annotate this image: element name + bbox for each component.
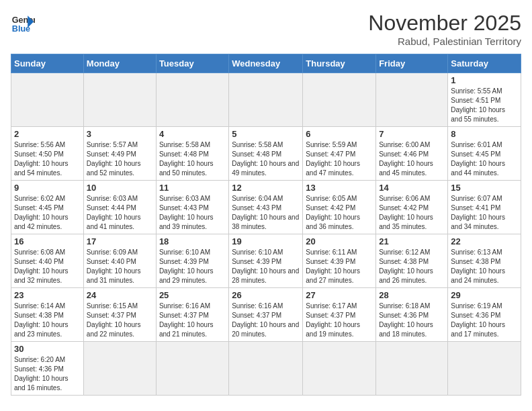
calendar-day-9: 9Sunrise: 6:02 AM Sunset: 4:45 PM Daylig… (11, 181, 84, 234)
calendar-day-17: 17Sunrise: 6:09 AM Sunset: 4:40 PM Dayli… (83, 234, 156, 288)
day-info: Sunrise: 6:08 AM Sunset: 4:40 PM Dayligh… (14, 248, 81, 285)
day-number: 15 (451, 183, 518, 193)
day-info: Sunrise: 6:00 AM Sunset: 4:46 PM Dayligh… (379, 140, 445, 178)
day-info: Sunrise: 6:01 AM Sunset: 4:45 PM Dayligh… (451, 140, 518, 178)
empty-cell (303, 73, 376, 127)
col-saturday: Saturday (448, 54, 521, 73)
col-friday: Friday (376, 54, 448, 73)
day-number: 24 (87, 290, 153, 300)
empty-cell (229, 73, 303, 127)
day-info: Sunrise: 6:10 AM Sunset: 4:39 PM Dayligh… (159, 248, 226, 285)
day-number: 23 (14, 290, 81, 300)
calendar-day-18: 18Sunrise: 6:10 AM Sunset: 4:39 PM Dayli… (156, 234, 228, 288)
calendar-day-11: 11Sunrise: 6:03 AM Sunset: 4:43 PM Dayli… (156, 181, 228, 234)
day-info: Sunrise: 6:02 AM Sunset: 4:45 PM Dayligh… (14, 194, 81, 232)
day-info: Sunrise: 6:20 AM Sunset: 4:36 PM Dayligh… (14, 355, 81, 393)
calendar-day-26: 26Sunrise: 6:16 AM Sunset: 4:37 PM Dayli… (229, 288, 303, 342)
day-info: Sunrise: 6:06 AM Sunset: 4:42 PM Dayligh… (379, 194, 445, 232)
day-number: 25 (159, 290, 226, 300)
empty-cell (156, 73, 228, 127)
col-wednesday: Wednesday (229, 54, 303, 73)
logo: General Blue (11, 11, 35, 35)
day-number: 13 (306, 183, 373, 193)
calendar-day-29: 29Sunrise: 6:19 AM Sunset: 4:36 PM Dayli… (448, 288, 521, 342)
calendar-day-24: 24Sunrise: 6:15 AM Sunset: 4:37 PM Dayli… (83, 288, 156, 342)
day-info: Sunrise: 6:16 AM Sunset: 4:37 PM Dayligh… (159, 302, 226, 339)
calendar-day-13: 13Sunrise: 6:05 AM Sunset: 4:42 PM Dayli… (303, 181, 376, 234)
empty-cell (83, 73, 156, 127)
calendar-day-27: 27Sunrise: 6:17 AM Sunset: 4:37 PM Dayli… (303, 288, 376, 342)
day-number: 29 (451, 290, 518, 300)
calendar-day-6: 6Sunrise: 5:59 AM Sunset: 4:47 PM Daylig… (303, 127, 376, 181)
day-info: Sunrise: 6:05 AM Sunset: 4:42 PM Dayligh… (306, 194, 373, 232)
calendar-day-22: 22Sunrise: 6:13 AM Sunset: 4:38 PM Dayli… (448, 234, 521, 288)
col-tuesday: Tuesday (156, 54, 228, 73)
calendar-day-8: 8Sunrise: 6:01 AM Sunset: 4:45 PM Daylig… (448, 127, 521, 181)
calendar-day-4: 4Sunrise: 5:58 AM Sunset: 4:48 PM Daylig… (156, 127, 228, 181)
empty-cell (83, 342, 156, 396)
logo-icon: General Blue (11, 11, 35, 35)
day-number: 28 (379, 290, 445, 300)
empty-cell (229, 342, 303, 396)
day-number: 18 (159, 236, 226, 246)
day-number: 22 (451, 236, 518, 246)
calendar-day-28: 28Sunrise: 6:18 AM Sunset: 4:36 PM Dayli… (376, 288, 448, 342)
empty-cell (156, 342, 228, 396)
col-thursday: Thursday (303, 54, 376, 73)
calendar-day-30: 30Sunrise: 6:20 AM Sunset: 4:36 PM Dayli… (11, 342, 84, 396)
day-info: Sunrise: 6:12 AM Sunset: 4:38 PM Dayligh… (379, 248, 445, 285)
day-info: Sunrise: 6:16 AM Sunset: 4:37 PM Dayligh… (232, 302, 300, 339)
day-info: Sunrise: 6:13 AM Sunset: 4:38 PM Dayligh… (451, 248, 518, 285)
empty-cell (303, 342, 376, 396)
day-info: Sunrise: 6:15 AM Sunset: 4:37 PM Dayligh… (87, 302, 153, 339)
day-number: 30 (14, 344, 81, 354)
day-info: Sunrise: 6:14 AM Sunset: 4:38 PM Dayligh… (14, 302, 81, 339)
day-info: Sunrise: 6:03 AM Sunset: 4:43 PM Dayligh… (159, 194, 226, 232)
day-info: Sunrise: 6:09 AM Sunset: 4:40 PM Dayligh… (87, 248, 153, 285)
col-sunday: Sunday (11, 54, 84, 73)
day-number: 26 (232, 290, 300, 300)
day-number: 11 (159, 183, 226, 193)
day-number: 9 (14, 183, 81, 193)
day-number: 3 (87, 129, 153, 139)
day-info: Sunrise: 5:56 AM Sunset: 4:50 PM Dayligh… (14, 140, 81, 178)
calendar-day-10: 10Sunrise: 6:03 AM Sunset: 4:44 PM Dayli… (83, 181, 156, 234)
day-number: 1 (451, 75, 518, 85)
calendar-day-14: 14Sunrise: 6:06 AM Sunset: 4:42 PM Dayli… (376, 181, 448, 234)
day-number: 5 (232, 129, 300, 139)
calendar-day-19: 19Sunrise: 6:10 AM Sunset: 4:39 PM Dayli… (229, 234, 303, 288)
day-number: 19 (232, 236, 300, 246)
day-number: 17 (87, 236, 153, 246)
day-number: 4 (159, 129, 226, 139)
svg-text:Blue: Blue (12, 24, 30, 34)
calendar-day-23: 23Sunrise: 6:14 AM Sunset: 4:38 PM Dayli… (11, 288, 84, 342)
calendar-day-25: 25Sunrise: 6:16 AM Sunset: 4:37 PM Dayli… (156, 288, 228, 342)
calendar-subtitle: Rabud, Palestinian Territory (368, 36, 521, 47)
day-number: 8 (451, 129, 518, 139)
day-info: Sunrise: 6:04 AM Sunset: 4:43 PM Dayligh… (232, 194, 300, 232)
day-number: 6 (306, 129, 373, 139)
calendar-day-16: 16Sunrise: 6:08 AM Sunset: 4:40 PM Dayli… (11, 234, 84, 288)
day-number: 21 (379, 236, 445, 246)
calendar-day-12: 12Sunrise: 6:04 AM Sunset: 4:43 PM Dayli… (229, 181, 303, 234)
day-number: 12 (232, 183, 300, 193)
calendar-day-5: 5Sunrise: 5:58 AM Sunset: 4:48 PM Daylig… (229, 127, 303, 181)
day-info: Sunrise: 6:03 AM Sunset: 4:44 PM Dayligh… (87, 194, 153, 232)
calendar-day-2: 2Sunrise: 5:56 AM Sunset: 4:50 PM Daylig… (11, 127, 84, 181)
col-monday: Monday (83, 54, 156, 73)
day-info: Sunrise: 6:17 AM Sunset: 4:37 PM Dayligh… (306, 302, 373, 339)
calendar-day-20: 20Sunrise: 6:11 AM Sunset: 4:39 PM Dayli… (303, 234, 376, 288)
day-info: Sunrise: 6:10 AM Sunset: 4:39 PM Dayligh… (232, 248, 300, 285)
day-info: Sunrise: 5:55 AM Sunset: 4:51 PM Dayligh… (451, 87, 518, 124)
day-info: Sunrise: 5:57 AM Sunset: 4:49 PM Dayligh… (87, 140, 153, 178)
day-info: Sunrise: 6:18 AM Sunset: 4:36 PM Dayligh… (379, 302, 445, 339)
calendar-title: November 2025 (368, 11, 521, 36)
day-number: 20 (306, 236, 373, 246)
empty-cell (376, 73, 448, 127)
day-info: Sunrise: 5:58 AM Sunset: 4:48 PM Dayligh… (159, 140, 226, 178)
weekday-header-row: Sunday Monday Tuesday Wednesday Thursday… (11, 54, 521, 73)
day-info: Sunrise: 6:07 AM Sunset: 4:41 PM Dayligh… (451, 194, 518, 232)
empty-cell (448, 342, 521, 396)
day-info: Sunrise: 6:11 AM Sunset: 4:39 PM Dayligh… (306, 248, 373, 285)
day-number: 7 (379, 129, 445, 139)
